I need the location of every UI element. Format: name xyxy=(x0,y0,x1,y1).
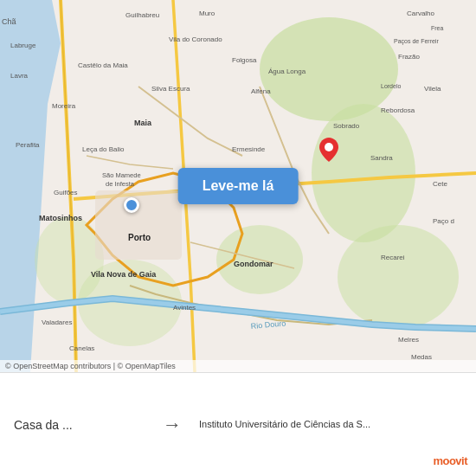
svg-text:Lavra: Lavra xyxy=(10,72,29,80)
svg-text:Labruge: Labruge xyxy=(10,42,36,49)
svg-text:Sobrado: Sobrado xyxy=(333,122,360,130)
svg-text:Moreira: Moreira xyxy=(52,102,76,110)
footer-arrow-icon: → xyxy=(145,414,199,436)
svg-text:Silva Escura: Silva Escura xyxy=(151,85,190,93)
svg-text:Paço d: Paço d xyxy=(433,217,454,225)
footer-origin-container: Casa da ... xyxy=(14,418,145,432)
svg-text:Folgosa: Folgosa xyxy=(232,56,257,64)
svg-text:Carvalho: Carvalho xyxy=(407,10,435,17)
svg-text:Recarei: Recarei xyxy=(381,254,405,261)
svg-text:Vila Nova de Gaia: Vila Nova de Gaia xyxy=(91,270,157,279)
map-attribution: © OpenStreetMap contributors | © OpenMap… xyxy=(0,360,476,372)
svg-point-2 xyxy=(312,104,415,242)
svg-text:Gondomar: Gondomar xyxy=(234,260,273,268)
svg-text:Alfena: Alfena xyxy=(251,87,271,95)
footer-origin-label: Casa da ... xyxy=(14,418,145,432)
svg-text:Cete: Cete xyxy=(433,180,447,188)
svg-text:Vila do Coronado: Vila do Coronado xyxy=(169,35,222,43)
svg-text:Rebordosa: Rebordosa xyxy=(381,106,415,114)
destination-pin xyxy=(319,138,338,162)
svg-text:Frea: Frea xyxy=(431,25,444,31)
svg-text:Água Longa: Água Longa xyxy=(268,68,306,75)
svg-text:Vilela: Vilela xyxy=(424,85,441,93)
svg-text:de Infesta: de Infesta xyxy=(106,180,135,188)
svg-text:Guifões: Guifões xyxy=(54,189,78,196)
navigate-button[interactable]: Leve-me lá xyxy=(178,168,299,204)
svg-text:Valadares: Valadares xyxy=(42,318,72,326)
footer-bar: Casa da ... → Instituto Universitário de… xyxy=(0,372,476,476)
svg-text:Ermesinde: Ermesinde xyxy=(232,145,266,153)
origin-pin xyxy=(124,197,139,213)
svg-text:Guilhabreu: Guilhabreu xyxy=(125,11,159,19)
svg-text:Sandra: Sandra xyxy=(370,154,393,162)
svg-text:Perafita: Perafita xyxy=(16,141,40,149)
svg-text:Frazão: Frazão xyxy=(398,53,420,61)
svg-text:São Mamede: São Mamede xyxy=(102,171,141,179)
svg-point-6 xyxy=(35,216,104,303)
svg-text:Lordelo: Lordelo xyxy=(381,83,401,89)
footer-destination-label: Instituto Universitário de Ciências da S… xyxy=(199,418,462,430)
svg-text:Chã: Chã xyxy=(2,17,16,26)
svg-text:Leça do Balio: Leça do Balio xyxy=(82,145,125,153)
svg-text:Castêlo da Maia: Castêlo da Maia xyxy=(78,61,128,69)
svg-text:Canelas: Canelas xyxy=(69,344,94,352)
svg-text:Muro: Muro xyxy=(199,10,215,17)
moovit-logo: moovit xyxy=(433,454,467,467)
svg-text:Paços de Ferreir: Paços de Ferreir xyxy=(394,38,439,45)
svg-text:Porto: Porto xyxy=(128,233,151,242)
map-container: Guilhabreu Muro Carvalho Frea Paços de F… xyxy=(0,0,476,372)
svg-point-50 xyxy=(325,143,333,151)
svg-point-4 xyxy=(338,225,459,329)
svg-text:Avintes: Avintes xyxy=(173,304,196,312)
svg-text:Melres: Melres xyxy=(398,336,419,344)
svg-text:Matosinhos: Matosinhos xyxy=(39,214,82,222)
svg-text:Maia: Maia xyxy=(134,119,152,127)
